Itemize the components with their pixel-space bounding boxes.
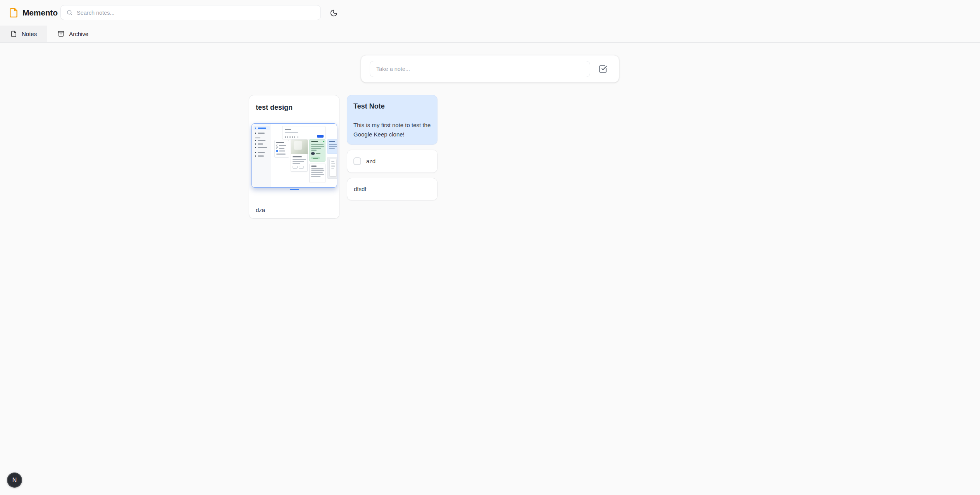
brand: Memento — [9, 0, 58, 25]
thumbnail-card-phone — [327, 157, 337, 179]
tab-notes-label: Notes — [22, 31, 37, 37]
grid-column-1: test design — [249, 95, 339, 219]
app-title: Memento — [22, 8, 58, 17]
thumbnail-card-checklist — [274, 140, 289, 158]
note-title: test design — [249, 95, 339, 112]
thumbnail-card-photo — [291, 139, 308, 172]
take-note-input[interactable] — [370, 61, 590, 77]
note-body: This is my first note to test the Google… — [353, 121, 431, 139]
tab-archive-label: Archive — [69, 31, 88, 37]
theme-toggle-button[interactable] — [327, 6, 340, 19]
note-composer — [361, 55, 619, 83]
search-input[interactable] — [77, 10, 315, 16]
app-header: Memento — [0, 0, 980, 25]
moon-icon — [330, 9, 338, 17]
file-icon — [10, 31, 17, 37]
thumbnail-window — [251, 123, 337, 188]
note-card-test-note[interactable]: Test Note This is my first note to test … — [347, 95, 437, 145]
thumbnail-card-blue — [327, 139, 337, 154]
thumbnail-sidebar — [252, 124, 271, 187]
tab-archive[interactable]: Archive — [47, 26, 99, 42]
search-icon — [66, 9, 73, 16]
thumbnail-composer — [282, 126, 326, 139]
archive-icon — [58, 31, 64, 37]
memento-logo-icon — [9, 8, 19, 18]
checklist-item-label: azd — [366, 157, 375, 165]
checklist-checkbox[interactable] — [353, 157, 361, 165]
tab-notes[interactable]: Notes — [0, 26, 47, 42]
note-image-thumbnail — [249, 122, 339, 191]
thumbnail-accent-bar — [290, 189, 299, 190]
note-body: dza — [249, 191, 339, 219]
note-card-dfsdf[interactable]: dfsdf — [347, 178, 437, 200]
search-bar[interactable] — [60, 5, 321, 20]
thumbnail-card-green — [309, 139, 326, 162]
user-avatar-initial: N — [12, 477, 17, 484]
thumbnail-card-idea — [309, 164, 326, 183]
grid-column-2: Test Note This is my first note to test … — [347, 95, 437, 200]
new-checklist-icon — [599, 65, 607, 73]
user-avatar[interactable]: N — [7, 473, 22, 488]
note-title: Test Note — [353, 102, 431, 110]
note-body: dfsdf — [354, 185, 367, 194]
memento-app: Memento Notes — [0, 0, 980, 495]
note-card-test-design[interactable]: test design — [249, 95, 339, 219]
new-checklist-button[interactable] — [596, 62, 610, 76]
tab-bar: Notes Archive — [0, 26, 980, 43]
note-card-azd[interactable]: azd — [347, 150, 437, 173]
